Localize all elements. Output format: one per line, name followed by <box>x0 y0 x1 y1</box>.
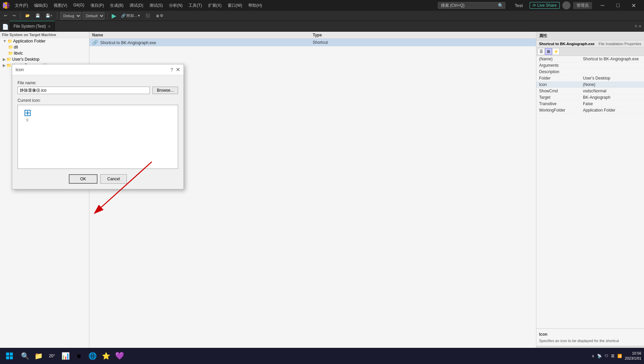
taskbar-chrome-icon[interactable]: 🌐 <box>86 350 99 362</box>
menu-test[interactable]: 测试(S) <box>147 2 166 9</box>
tab-pin-icon[interactable]: ⊕ <box>639 24 641 28</box>
props-key-args: Arguments <box>539 63 583 68</box>
minimize-button[interactable]: ─ <box>595 0 610 11</box>
taskbar-shield-icon: 🛡 <box>605 354 608 358</box>
redo-button[interactable]: ↪ <box>10 13 18 19</box>
icon-display: ⊞ <box>24 107 31 118</box>
tree-item-dll[interactable]: 📁 dll <box>0 44 89 50</box>
explorer-icon[interactable]: 📄 <box>2 24 9 30</box>
folder-expand-icon-programs: ▶ <box>3 63 6 68</box>
dialog-browse-button[interactable]: Browse... <box>152 87 178 94</box>
file-type-cell: Shortcut <box>313 40 533 45</box>
props-row-args[interactable]: Arguments <box>536 62 644 69</box>
dialog-cancel-button[interactable]: Cancel <box>100 174 127 184</box>
props-key-workfolder: WorkingFolder <box>539 108 583 113</box>
taskbar-excel-icon[interactable]: 📊 <box>59 350 72 362</box>
taskbar-weather-icon[interactable]: 20° <box>46 350 58 362</box>
taskbar-chevron[interactable]: ∧ <box>592 354 594 358</box>
props-row-showcmd[interactable]: ShowCmd vsdscNormal <box>536 88 644 94</box>
tree-item-app-folder[interactable]: ▼ 📁 Application Folder <box>0 38 89 44</box>
props-tab-events[interactable]: ⚡ <box>553 48 559 55</box>
svg-rect-4 <box>6 356 9 359</box>
save-button[interactable]: 💾 <box>33 13 42 19</box>
start-button[interactable] <box>3 349 16 363</box>
menu-analyze[interactable]: 分析(N) <box>166 2 186 9</box>
menu-build[interactable]: 生成(B) <box>107 2 126 9</box>
props-tab-details[interactable]: ⊞ <box>545 48 552 55</box>
tab-settings-area: ⇅ ⊕ <box>635 24 644 28</box>
stop-button[interactable]: ⬛ <box>143 13 152 19</box>
tree-item-desktop-label: User's Desktop <box>12 57 39 62</box>
taskbar-right: ∧ 📡 🛡 英 📶 10:56 2023/1/01 <box>592 351 641 361</box>
title-bar: 文件(F) 编辑(E) 视图(V) Git(G) 项目(P) 生成(B) 调试(… <box>0 0 644 11</box>
dialog-file-input[interactable] <box>18 87 150 94</box>
dialog-buttons: OK Cancel <box>18 174 178 184</box>
tab-close-button[interactable]: ✕ <box>48 25 51 28</box>
menu-extensions[interactable]: 扩展(X) <box>205 2 224 9</box>
props-row-transitive[interactable]: Transitive False <box>536 101 644 107</box>
dialog-close-button[interactable]: ✕ <box>176 66 180 73</box>
props-row-icon[interactable]: Icon (None) <box>536 82 644 88</box>
app-logo <box>3 2 9 9</box>
menu-file[interactable]: 文件(F) <box>12 2 31 9</box>
svg-rect-3 <box>10 353 13 356</box>
taskbar-ime[interactable]: 英 <box>611 354 615 359</box>
col-header-type: Type <box>313 33 533 37</box>
toolbar: ↩ ↪ 📂 💾 💾+ Debug Default ▶ 🔗 附加... ▾ ⬛ 🖥… <box>0 11 644 21</box>
taskbar-files-icon[interactable]: ⭐ <box>100 350 112 362</box>
props-row-desc[interactable]: Description <box>536 69 644 75</box>
admin-button[interactable]: 管理员 <box>573 2 592 9</box>
liveshare-button[interactable]: ⟳ Live Share <box>530 2 560 9</box>
menu-window[interactable]: 窗口(W) <box>225 2 245 9</box>
props-key-transitive: Transitive <box>539 101 583 106</box>
tree-root-label: File System on Target Machine <box>0 32 89 38</box>
close-button[interactable]: ✕ <box>626 0 641 11</box>
search-input[interactable] <box>438 2 505 9</box>
dialog-filename-label: File name: <box>18 81 178 85</box>
tree-item-desktop[interactable]: ▶ 📁 User's Desktop <box>0 56 89 62</box>
menu-debug[interactable]: 调试(D) <box>127 2 146 9</box>
run-button[interactable]: ▶ <box>110 12 118 20</box>
save-all-button[interactable]: 💾+ <box>44 13 54 19</box>
solution-explorer-button[interactable]: 📂 <box>23 13 32 19</box>
props-row-folder[interactable]: Folder User's Desktop <box>536 75 644 82</box>
properties-panel: 属性 Shortcut to BK-Angiograph.exe File In… <box>536 32 644 354</box>
props-row-name[interactable]: (Name) Shortcut to BK-Angiograph.exe <box>536 56 644 62</box>
props-tab-grid[interactable]: ☰ <box>538 48 544 55</box>
file-list-header: Name Type <box>89 32 536 39</box>
taskbar-search-icon[interactable]: 🔍 <box>19 350 31 362</box>
props-val-args <box>583 63 641 68</box>
taskbar-wifi-icon: 📶 <box>617 354 622 358</box>
menu-edit[interactable]: 编辑(E) <box>31 2 50 9</box>
props-rows: (Name) Shortcut to BK-Angiograph.exe Arg… <box>536 56 644 114</box>
menu-tools[interactable]: 工具(T) <box>186 2 204 9</box>
menu-help[interactable]: 帮助(H) <box>246 2 265 9</box>
taskbar-vs-icon[interactable]: 💜 <box>113 350 125 362</box>
menu-project[interactable]: 项目(P) <box>88 2 107 9</box>
platform-select[interactable]: Default <box>83 12 105 20</box>
file-list-row[interactable]: 🔗 Shortcut to BK-Angiograph.exe Shortcut <box>89 39 536 47</box>
props-row-workfolder[interactable]: WorkingFolder Application Folder <box>536 107 644 114</box>
taskbar-obs-icon[interactable]: ■ <box>73 350 85 362</box>
props-key-icon: Icon <box>539 82 583 87</box>
taskbar-clock: 10:56 2023/1/01 <box>625 351 641 361</box>
toolbar-config-button[interactable]: 🖥 ⚙ <box>153 13 165 19</box>
props-header-title: 属性 <box>539 33 547 38</box>
taskbar-time-display: 10:56 <box>625 351 641 356</box>
debug-config-select[interactable]: Debug <box>60 12 81 20</box>
user-avatar[interactable] <box>562 1 570 9</box>
file-system-tab[interactable]: File System (Test) ✕ <box>9 21 55 32</box>
maximize-button[interactable]: □ <box>610 0 626 11</box>
tab-settings-icon[interactable]: ⇅ <box>635 24 637 28</box>
taskbar-fileexplorer-icon[interactable]: 📁 <box>32 350 45 362</box>
dialog-help-button[interactable]: ? <box>170 67 173 72</box>
undo-button[interactable]: ↩ <box>2 13 9 19</box>
attach-button[interactable]: 🔗 附加... ▾ <box>119 12 142 19</box>
tree-item-label: Application Folder <box>13 39 46 43</box>
tree-item-libvlc[interactable]: 📁 libvlc <box>0 50 89 56</box>
props-row-target[interactable]: Target BK-Angiograph <box>536 94 644 101</box>
menu-git[interactable]: Git(G) <box>71 2 87 9</box>
dialog-ok-button[interactable]: OK <box>69 174 97 184</box>
gear-icon: ⚙ <box>160 13 163 18</box>
menu-view[interactable]: 视图(V) <box>51 2 70 9</box>
